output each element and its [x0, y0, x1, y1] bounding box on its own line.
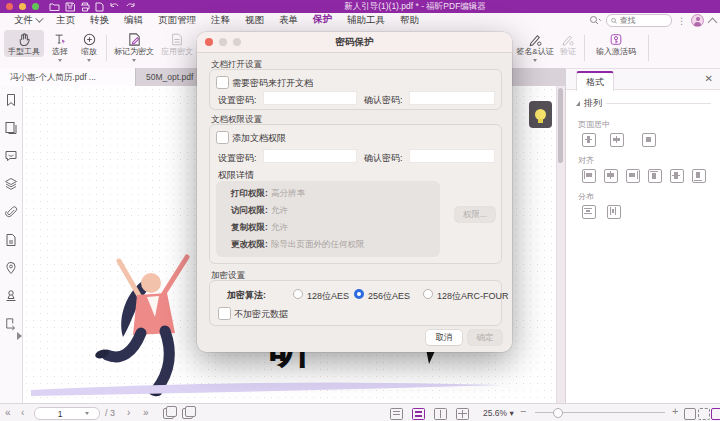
select-tool-button[interactable]: 选择	[47, 30, 73, 62]
fit-page-icon[interactable]	[684, 408, 696, 420]
align-top-icon[interactable]	[648, 169, 662, 183]
page-number-box[interactable]	[34, 407, 100, 420]
add-permission-checkbox[interactable]	[216, 131, 229, 144]
menu-form[interactable]: 表单	[278, 13, 299, 29]
require-password-checkbox[interactable]	[216, 76, 229, 89]
file-icon[interactable]	[4, 233, 18, 247]
chevron-down-icon	[85, 412, 89, 415]
previous-view-icon[interactable]	[163, 408, 174, 419]
menu-page-management[interactable]: 页面管理	[157, 13, 197, 29]
dialog-title: 密码保护	[197, 32, 512, 52]
previous-page-icon[interactable]: ‹	[21, 407, 24, 419]
collapse-toolbar-icon[interactable]	[708, 17, 718, 27]
center-vertical-icon[interactable]	[610, 133, 624, 147]
single-page-view-icon[interactable]	[390, 408, 403, 420]
destinations-icon[interactable]	[4, 261, 18, 275]
chevron-down-icon	[58, 59, 62, 62]
page-thumbnails-icon[interactable]	[4, 121, 18, 135]
redact-document-icon	[127, 30, 142, 47]
mark-redaction-button[interactable]: 标记为密文	[111, 30, 157, 62]
search-input[interactable]	[618, 15, 668, 26]
purple-swoosh-graphic	[23, 376, 556, 403]
more-options-icon[interactable]: ⋮	[677, 16, 686, 26]
align-bottom-icon[interactable]	[692, 169, 706, 183]
zoom-tool-label: 缩放	[81, 47, 97, 57]
tips-lightbulb-button[interactable]	[529, 101, 552, 128]
menu-help[interactable]: 帮助	[399, 13, 420, 29]
print-icon[interactable]	[80, 2, 90, 12]
last-page-icon[interactable]: »	[143, 407, 149, 419]
zoom-slider-knob[interactable]	[553, 408, 563, 418]
menu-accessibility[interactable]: 辅助工具	[346, 13, 386, 29]
menu-home[interactable]: 主页	[55, 13, 76, 29]
page-number-input[interactable]	[35, 408, 85, 420]
export-icon[interactable]	[4, 317, 18, 331]
new-document-icon[interactable]	[95, 2, 104, 12]
sign-certify-button[interactable]: 签名&认证	[514, 30, 556, 62]
open-set-password-input[interactable]	[263, 91, 357, 105]
comments-icon[interactable]	[4, 149, 18, 163]
zoom-tool-button[interactable]: 缩放	[76, 30, 102, 62]
encryption-settings-box: 加密算法: 128位AES 256位AES 128位ARC-FOUR 不加密元数…	[209, 280, 502, 326]
distribute-vertical-icon[interactable]	[607, 205, 621, 219]
attachments-icon[interactable]	[4, 205, 18, 219]
sidebar-expand-arrow-icon[interactable]	[17, 332, 22, 340]
fullscreen-icon[interactable]	[698, 408, 710, 420]
panel-toggle-icon[interactable]	[711, 408, 720, 420]
find-options-icon[interactable]	[589, 15, 601, 27]
save-icon[interactable]	[65, 2, 75, 12]
layers-icon[interactable]	[4, 177, 18, 191]
no-metadata-checkbox[interactable]	[218, 307, 231, 320]
zoom-out-icon[interactable]: −	[520, 405, 526, 417]
zoom-level-label[interactable]: 25.6% ▾	[483, 408, 514, 418]
stamp-icon[interactable]	[4, 289, 18, 303]
open-file-icon[interactable]	[49, 2, 60, 12]
open-settings-box: 需要密码来打开文档 设置密码: 确认密码:	[209, 69, 502, 110]
vertical-scrollbar-thumb[interactable]	[558, 88, 563, 163]
minimize-window-button[interactable]	[19, 3, 26, 10]
permissions-button: 权限...	[455, 207, 495, 222]
align-middle-icon[interactable]	[670, 169, 684, 183]
perm-set-password-input[interactable]	[263, 149, 357, 163]
center-both-icon[interactable]	[642, 133, 656, 147]
menu-comment[interactable]: 注释	[210, 13, 231, 29]
menu-file[interactable]: 文件	[13, 13, 42, 29]
perm-confirm-password-input[interactable]	[409, 149, 495, 163]
quad-view-icon[interactable]	[456, 408, 469, 420]
close-window-button[interactable]	[6, 3, 13, 10]
signature-pen-icon	[528, 30, 543, 47]
close-icon[interactable]: ✕	[705, 73, 713, 85]
facing-view-icon[interactable]	[434, 408, 447, 420]
continuous-view-icon[interactable]	[412, 408, 425, 420]
arrange-section-header[interactable]: 排列	[576, 97, 711, 110]
center-horizontal-icon[interactable]	[582, 133, 596, 147]
maximize-window-button[interactable]	[32, 3, 39, 10]
next-view-icon[interactable]	[182, 408, 193, 419]
menu-protect[interactable]: 保护	[312, 12, 333, 29]
next-page-icon[interactable]: ›	[127, 407, 130, 419]
radio-256-aes[interactable]	[354, 289, 364, 299]
zoom-slider[interactable]	[535, 412, 665, 413]
align-left-icon[interactable]	[582, 169, 596, 183]
menu-convert[interactable]: 转换	[89, 13, 110, 29]
open-confirm-password-input[interactable]	[409, 91, 495, 105]
perm-confirm-password-label: 确认密码:	[364, 152, 403, 165]
first-page-icon[interactable]: «	[5, 407, 11, 419]
distribute-horizontal-icon[interactable]	[582, 205, 596, 219]
search-box[interactable]	[606, 14, 672, 27]
menu-edit[interactable]: 编辑	[123, 13, 144, 29]
hand-tool-button[interactable]: 手型工具	[4, 30, 44, 57]
radio-128-aes[interactable]	[293, 289, 303, 299]
align-center-icon[interactable]	[604, 169, 618, 183]
account-avatar[interactable]	[691, 14, 704, 27]
perm-set-password-label: 设置密码:	[218, 152, 257, 165]
format-tab[interactable]: 格式	[576, 71, 614, 91]
document-tab-1[interactable]: 冯小惠-个人简历.pdf ...	[0, 68, 135, 86]
activation-code-button[interactable]: 输入激活码	[589, 30, 643, 57]
cancel-button[interactable]: 取消	[426, 330, 462, 345]
radio-128-arcfour[interactable]	[423, 289, 433, 299]
zoom-in-icon[interactable]: +	[672, 405, 678, 417]
bookmark-icon[interactable]	[4, 93, 18, 107]
align-right-icon[interactable]	[626, 169, 640, 183]
menu-view[interactable]: 视图	[244, 13, 265, 29]
